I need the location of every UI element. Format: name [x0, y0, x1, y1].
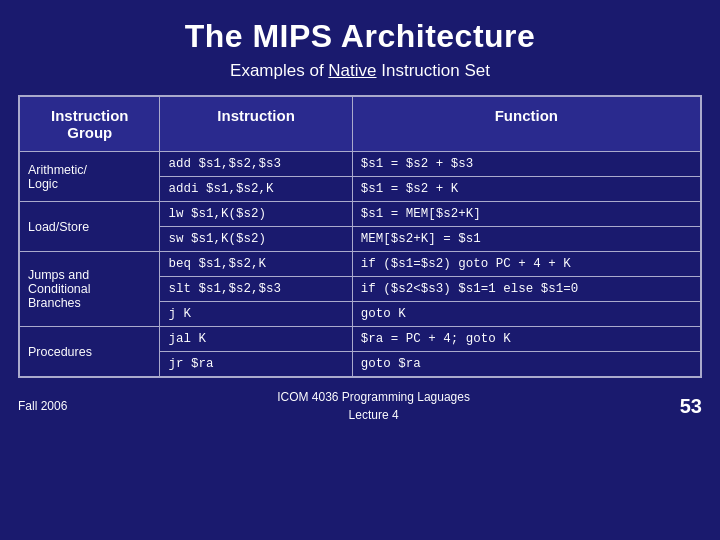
instruction-cell: beq $s1,$s2,K — [160, 252, 352, 277]
group-cell: Load/Store — [19, 202, 160, 252]
subtitle: Examples of Native Instruction Set — [230, 61, 490, 81]
col-header-instruction: Instruction — [160, 96, 352, 152]
instruction-cell: jal K — [160, 327, 352, 352]
footer-left: Fall 2006 — [18, 399, 67, 413]
instruction-cell: add $s1,$s2,$s3 — [160, 152, 352, 177]
function-cell: if ($s2<$s3) $s1=1 else $s1=0 — [352, 277, 701, 302]
function-cell: $s1 = $s2 + K — [352, 177, 701, 202]
subtitle-pre: Examples of — [230, 61, 328, 80]
instruction-table: InstructionGroup Instruction Function Ar… — [18, 95, 702, 378]
footer-page-number: 53 — [680, 395, 702, 418]
table-row: Load/Storelw $s1,K($s2)$s1 = MEM[$s2+K] — [19, 202, 701, 227]
function-cell: $s1 = MEM[$s2+K] — [352, 202, 701, 227]
table-row: Arithmetic/Logicadd $s1,$s2,$s3$s1 = $s2… — [19, 152, 701, 177]
col-header-function: Function — [352, 96, 701, 152]
function-cell: goto K — [352, 302, 701, 327]
instruction-cell: lw $s1,K($s2) — [160, 202, 352, 227]
table-row: Proceduresjal K$ra = PC + 4; goto K — [19, 327, 701, 352]
table-header-row: InstructionGroup Instruction Function — [19, 96, 701, 152]
instruction-cell: slt $s1,$s2,$s3 — [160, 277, 352, 302]
instruction-cell: addi $s1,$s2,K — [160, 177, 352, 202]
instruction-cell: sw $s1,K($s2) — [160, 227, 352, 252]
subtitle-underline: Native — [328, 61, 376, 80]
col-header-group: InstructionGroup — [19, 96, 160, 152]
function-cell: MEM[$s2+K] = $s1 — [352, 227, 701, 252]
group-cell: Jumps andConditionalBranches — [19, 252, 160, 327]
footer: Fall 2006 ICOM 4036 Programming Laguages… — [18, 388, 702, 424]
function-cell: $ra = PC + 4; goto K — [352, 327, 701, 352]
function-cell: goto $ra — [352, 352, 701, 378]
group-cell: Arithmetic/Logic — [19, 152, 160, 202]
footer-center: ICOM 4036 Programming Laguages Lecture 4 — [277, 388, 470, 424]
instruction-cell: jr $ra — [160, 352, 352, 378]
instruction-table-wrapper: InstructionGroup Instruction Function Ar… — [18, 95, 702, 378]
instruction-cell: j K — [160, 302, 352, 327]
footer-center-line2: Lecture 4 — [277, 406, 470, 424]
subtitle-post: Instruction Set — [377, 61, 490, 80]
page-title: The MIPS Architecture — [185, 18, 536, 55]
function-cell: if ($s1=$s2) goto PC + 4 + K — [352, 252, 701, 277]
table-row: Jumps andConditionalBranchesbeq $s1,$s2,… — [19, 252, 701, 277]
group-cell: Procedures — [19, 327, 160, 378]
function-cell: $s1 = $s2 + $s3 — [352, 152, 701, 177]
footer-center-line1: ICOM 4036 Programming Laguages — [277, 388, 470, 406]
